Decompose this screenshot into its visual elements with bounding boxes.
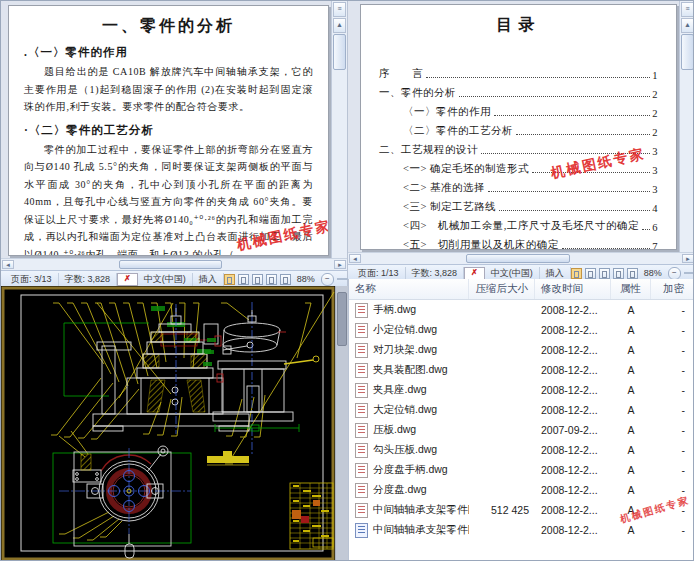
doc2-hscroll-thumb[interactable] bbox=[466, 254, 570, 263]
toc-entry[interactable]: <五> 切削用量以及机床的确定7 bbox=[379, 233, 658, 250]
dwg-file-icon bbox=[355, 403, 368, 418]
toc-entry[interactable]: 〈一〉零件的作用2 bbox=[379, 100, 658, 119]
doc2-vscroll-thumb[interactable] bbox=[681, 34, 694, 70]
cad-window bbox=[1, 286, 348, 561]
zoom-level[interactable]: 88% bbox=[641, 268, 665, 278]
toc-entry[interactable]: 序 言1 bbox=[379, 62, 658, 81]
insert-mode-indicator[interactable]: 插入 bbox=[540, 267, 571, 280]
cad-scroll-thumb[interactable] bbox=[337, 292, 347, 346]
view-print-layout-button[interactable] bbox=[224, 274, 235, 285]
zoom-out-icon[interactable]: − bbox=[668, 267, 681, 280]
scroll-up-icon[interactable]: ▲ bbox=[681, 18, 694, 33]
view-draft-button[interactable] bbox=[627, 268, 638, 279]
file-row[interactable]: 分度盘手柄.dwg2008-12-2...A- bbox=[349, 460, 694, 480]
file-row[interactable]: 夹具座.dwg2008-12-2...A- bbox=[349, 380, 694, 400]
word-count[interactable]: 字数: 3,828 bbox=[406, 267, 465, 280]
dwg-file-icon bbox=[355, 363, 368, 378]
doc1-heading-2: ·〈二〉零件的工艺分析 bbox=[24, 123, 313, 138]
dwg-file-icon bbox=[355, 343, 368, 358]
spellcheck-icon[interactable]: ✗ bbox=[464, 267, 485, 280]
dwg-file-icon bbox=[355, 483, 368, 498]
file-row[interactable]: 对刀块架.dwg2008-12-2...A- bbox=[349, 340, 694, 360]
cad-right-scroll-strip[interactable] bbox=[335, 286, 348, 561]
doc2-horizontal-scrollbar[interactable]: ◄ ► bbox=[348, 252, 694, 264]
doc1-title: 一、零件的分析 bbox=[24, 16, 313, 37]
file-row[interactable]: 小定位销.dwg2008-12-2...A- bbox=[349, 320, 694, 340]
view-web-layout-button[interactable] bbox=[599, 268, 610, 279]
scroll-left-icon[interactable]: ◄ bbox=[349, 254, 361, 263]
doc2-page[interactable]: 目录 序 言1 一、零件的分析2 〈一〉零件的作用2 〈二〉零件的工艺分析2 二… bbox=[360, 4, 677, 250]
scroll-right-icon[interactable]: ► bbox=[682, 254, 694, 263]
doc1-page[interactable]: 一、零件的分析 .〈一〉零件的作用 题目给出的是 CA10B 解放牌汽车中间轴轴… bbox=[8, 5, 329, 256]
page-indicator[interactable]: 页面: 3/13 bbox=[5, 273, 59, 286]
column-header-encrypted[interactable]: 加密 bbox=[651, 279, 694, 299]
doc1-hscroll-thumb[interactable] bbox=[119, 260, 223, 269]
column-header-name[interactable]: 名称 bbox=[349, 279, 469, 299]
toc-entry[interactable]: 一、零件的分析2 bbox=[379, 81, 658, 100]
page-indicator[interactable]: 页面: 1/13 bbox=[352, 267, 406, 280]
view-fullscreen-button[interactable] bbox=[238, 274, 249, 285]
scroll-right-icon[interactable]: ► bbox=[334, 260, 346, 269]
ruler-toggle-icon[interactable]: ≡ bbox=[681, 2, 694, 17]
file-row[interactable]: 手柄.dwg2008-12-2...A- bbox=[349, 300, 694, 320]
dwg-file-icon bbox=[355, 323, 368, 338]
file-list-header: 名称 压缩后大小 修改时间 属性 加密 bbox=[349, 279, 694, 300]
insert-mode-indicator[interactable]: 插入 bbox=[193, 273, 224, 286]
spellcheck-icon[interactable]: ✗ bbox=[117, 273, 138, 286]
dwg-file-icon bbox=[355, 423, 368, 438]
doc2-vertical-scrollbar[interactable]: ≡ ▲ bbox=[679, 1, 694, 252]
dwg-file-icon bbox=[355, 383, 368, 398]
ruler-toggle-icon[interactable]: ≡ bbox=[333, 2, 346, 17]
dwg-file-icon bbox=[355, 443, 368, 458]
composite-screenshot: 一、零件的分析 .〈一〉零件的作用 题目给出的是 CA10B 解放牌汽车中间轴轴… bbox=[0, 0, 694, 561]
zoom-level[interactable]: 88% bbox=[294, 274, 318, 284]
doc1-paragraph-1: 题目给出的是 CA10B 解放牌汽车中间轴轴承支架，它的主要作用是（1)起到稳固… bbox=[24, 63, 313, 116]
view-outline-button[interactable] bbox=[266, 274, 277, 285]
column-header-size[interactable]: 压缩后大小 bbox=[469, 279, 535, 299]
file-row[interactable]: 分度盘.dwg2008-12-2...A- bbox=[349, 480, 694, 500]
file-row[interactable]: 勾头压板.dwg2008-12-2...A- bbox=[349, 440, 694, 460]
toc-title: 目录 bbox=[379, 15, 658, 36]
doc1-vertical-scrollbar[interactable]: ≡ ▲ bbox=[331, 1, 347, 258]
file-row[interactable]: 大定位销.dwg2008-12-2...A- bbox=[349, 400, 694, 420]
scroll-up-icon[interactable]: ▲ bbox=[333, 18, 346, 33]
word-count[interactable]: 字数: 3,828 bbox=[59, 273, 118, 286]
file-row[interactable]: 夹具装配图.dwg2008-12-2...A- bbox=[349, 360, 694, 380]
word-window-analysis: 一、零件的分析 .〈一〉零件的作用 题目给出的是 CA10B 解放牌汽车中间轴轴… bbox=[1, 1, 348, 286]
language-indicator[interactable]: 中文(中国) bbox=[485, 267, 540, 280]
view-web-layout-button[interactable] bbox=[252, 274, 263, 285]
view-print-layout-button[interactable] bbox=[571, 268, 582, 279]
doc1-horizontal-scrollbar[interactable]: ◄ ► bbox=[1, 258, 347, 270]
scroll-left-icon[interactable]: ◄ bbox=[2, 260, 14, 269]
dwg-file-icon bbox=[355, 303, 368, 318]
file-row[interactable]: 压板.dwg2007-09-2...A- bbox=[349, 420, 694, 440]
view-outline-button[interactable] bbox=[613, 268, 624, 279]
word-window-toc: 目录 序 言1 一、零件的分析2 〈一〉零件的作用2 〈二〉零件的工艺分析2 二… bbox=[348, 1, 694, 279]
doc2-view-area: 目录 序 言1 一、零件的分析2 〈一〉零件的作用2 〈二〉零件的工艺分析2 二… bbox=[348, 1, 694, 252]
dwg-file-icon bbox=[355, 463, 368, 478]
view-draft-button[interactable] bbox=[280, 274, 291, 285]
archive-file-list: 名称 压缩后大小 修改时间 属性 加密 手柄.dwg2008-12-2...A-… bbox=[348, 279, 694, 561]
column-header-date[interactable]: 修改时间 bbox=[535, 279, 611, 299]
toc-entry[interactable]: 〈二〉零件的工艺分析2 bbox=[379, 119, 658, 138]
doc1-statusbar: 页面: 3/13 字数: 3,828 ✗ 中文(中国) 插入 88% − + bbox=[1, 270, 347, 287]
doc1-view-area: 一、零件的分析 .〈一〉零件的作用 题目给出的是 CA10B 解放牌汽车中间轴轴… bbox=[1, 1, 347, 258]
toc-entry[interactable]: <四> 机械加工余量,工序尺寸及毛坯尺寸的确定6 bbox=[379, 214, 658, 233]
dwg-file-icon bbox=[355, 503, 368, 518]
doc-file-icon bbox=[355, 523, 368, 538]
toc-entry[interactable]: <三> 制定工艺路线4 bbox=[379, 195, 658, 214]
view-fullscreen-button[interactable] bbox=[585, 268, 596, 279]
language-indicator[interactable]: 中文(中国) bbox=[138, 273, 193, 286]
toc-entry[interactable]: <二> 基准的选择3 bbox=[379, 176, 658, 195]
cad-canvas[interactable] bbox=[1, 286, 336, 561]
column-header-attr[interactable]: 属性 bbox=[611, 279, 651, 299]
zoom-slider[interactable] bbox=[684, 272, 694, 274]
doc1-heading-1: .〈一〉零件的作用 bbox=[24, 45, 313, 60]
zoom-out-icon[interactable]: − bbox=[321, 273, 334, 286]
file-row[interactable]: 中间轴轴承支架零件图-...2008-12-2...A- bbox=[349, 520, 694, 540]
doc1-vscroll-thumb[interactable] bbox=[333, 34, 346, 70]
